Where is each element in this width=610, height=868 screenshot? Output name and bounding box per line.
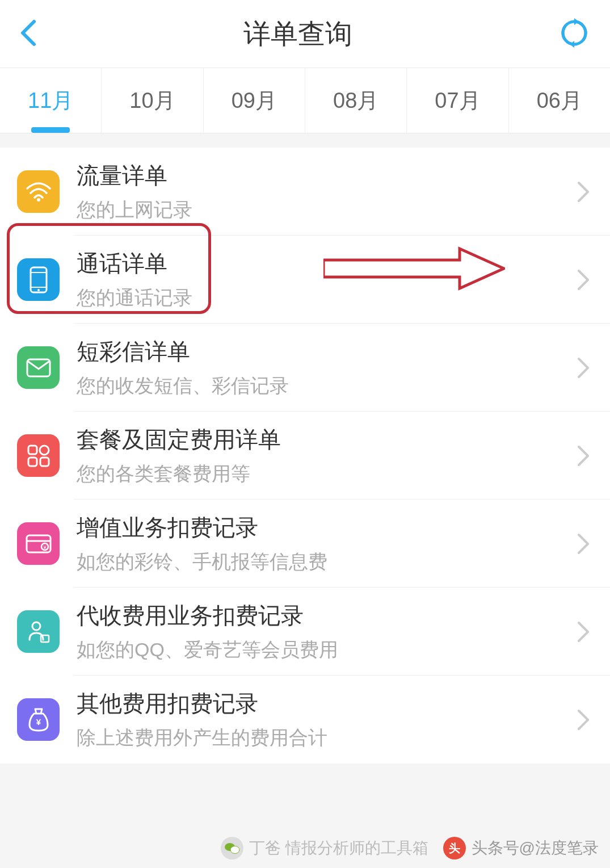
chevron-right-icon	[577, 532, 590, 555]
watermark-primary: 头 头条号@法度笔录	[443, 837, 599, 859]
tab-month-08[interactable]: 08月	[305, 68, 407, 133]
item-subtitle: 您的通话记录	[77, 285, 577, 311]
item-text: 短彩信详单 您的收发短信、彩信记录	[77, 336, 577, 399]
list-item-value[interactable]: ¥ 增值业务扣费记录 如您的彩铃、手机报等信息费	[0, 500, 610, 588]
item-title: 流量详单	[77, 160, 577, 191]
item-subtitle: 除上述费用外产生的费用合计	[77, 725, 577, 751]
wifi-icon	[17, 170, 60, 213]
item-title: 代收费用业务扣费记录	[77, 600, 577, 631]
svg-rect-7	[27, 359, 50, 376]
grid-icon	[17, 434, 60, 477]
item-text: 其他费用扣费记录 除上述费用外产生的费用合计	[77, 688, 577, 751]
watermark-text: 头条号@法度笔录	[472, 837, 599, 859]
item-subtitle: 如您的QQ、爱奇艺等会员费用	[77, 637, 577, 663]
back-button[interactable]	[20, 19, 37, 49]
moneybag-icon: ¥	[17, 698, 60, 741]
svg-rect-8	[28, 446, 37, 454]
wechat-icon	[221, 837, 243, 859]
svg-text:¥: ¥	[43, 544, 47, 550]
list-item-collect[interactable]: 代收费用业务扣费记录 如您的QQ、爱奇艺等会员费用	[0, 588, 610, 676]
item-text: 套餐及固定费用详单 您的各类套餐费用等	[77, 424, 577, 487]
list-item-traffic[interactable]: 流量详单 您的上网记录	[0, 148, 610, 236]
list-item-call[interactable]: 通话详单 您的通话记录	[0, 236, 610, 324]
svg-text:¥: ¥	[36, 717, 41, 727]
tab-month-06[interactable]: 06月	[509, 68, 610, 133]
card-icon: ¥	[17, 522, 60, 565]
svg-rect-3	[31, 267, 47, 292]
chevron-right-icon	[577, 445, 590, 467]
tab-month-11[interactable]: 11月	[0, 68, 102, 133]
chevron-right-icon	[577, 357, 590, 379]
item-title: 短彩信详单	[77, 336, 577, 367]
svg-point-2	[37, 198, 40, 202]
svg-point-6	[37, 289, 40, 291]
list-item-sms[interactable]: 短彩信详单 您的收发短信、彩信记录	[0, 324, 610, 412]
tab-month-10[interactable]: 10月	[102, 68, 203, 133]
item-text: 代收费用业务扣费记录 如您的QQ、爱奇艺等会员费用	[77, 600, 577, 663]
item-subtitle: 您的上网记录	[77, 197, 577, 223]
item-title: 增值业务扣费记录	[77, 512, 577, 543]
item-text: 流量详单 您的上网记录	[77, 160, 577, 223]
mail-icon	[17, 346, 60, 389]
svg-point-16	[32, 622, 40, 630]
user-box-icon	[17, 610, 60, 653]
chevron-right-icon	[577, 708, 590, 731]
item-title: 其他费用扣费记录	[77, 688, 577, 719]
page-header: 详单查询	[0, 0, 610, 68]
chevron-right-icon	[577, 620, 590, 643]
phone-icon	[17, 258, 60, 301]
list-item-package[interactable]: 套餐及固定费用详单 您的各类套餐费用等	[0, 412, 610, 500]
item-subtitle: 您的收发短信、彩信记录	[77, 373, 577, 399]
item-title: 通话详单	[77, 248, 577, 279]
item-title: 套餐及固定费用详单	[77, 424, 577, 455]
svg-marker-1	[570, 41, 574, 48]
detail-list: 流量详单 您的上网记录 通话详单 您的通话记录 短彩信详单 您的收发短信、彩信记…	[0, 148, 610, 764]
watermark-text: 丁爸 情报分析师的工具箱	[249, 837, 428, 859]
list-item-other[interactable]: ¥ 其他费用扣费记录 除上述费用外产生的费用合计	[0, 676, 610, 764]
item-subtitle: 您的各类套餐费用等	[77, 461, 577, 487]
chevron-left-icon	[20, 19, 37, 47]
watermark-secondary: 丁爸 情报分析师的工具箱	[221, 837, 428, 859]
tab-month-07[interactable]: 07月	[407, 68, 508, 133]
svg-point-9	[40, 446, 49, 455]
chevron-right-icon	[577, 269, 590, 291]
refresh-button[interactable]	[558, 17, 590, 51]
svg-rect-10	[28, 458, 37, 466]
chevron-right-icon	[577, 181, 590, 203]
item-text: 增值业务扣费记录 如您的彩铃、手机报等信息费	[77, 512, 577, 575]
month-tabs: 11月 10月 09月 08月 07月 06月	[0, 68, 610, 133]
svg-rect-11	[40, 458, 49, 466]
item-text: 通话详单 您的通话记录	[77, 248, 577, 311]
page-title: 详单查询	[243, 16, 352, 52]
tab-month-09[interactable]: 09月	[204, 68, 305, 133]
refresh-icon	[558, 17, 590, 49]
toutiao-icon: 头	[443, 837, 466, 859]
item-subtitle: 如您的彩铃、手机报等信息费	[77, 549, 577, 575]
svg-point-20	[230, 846, 239, 854]
